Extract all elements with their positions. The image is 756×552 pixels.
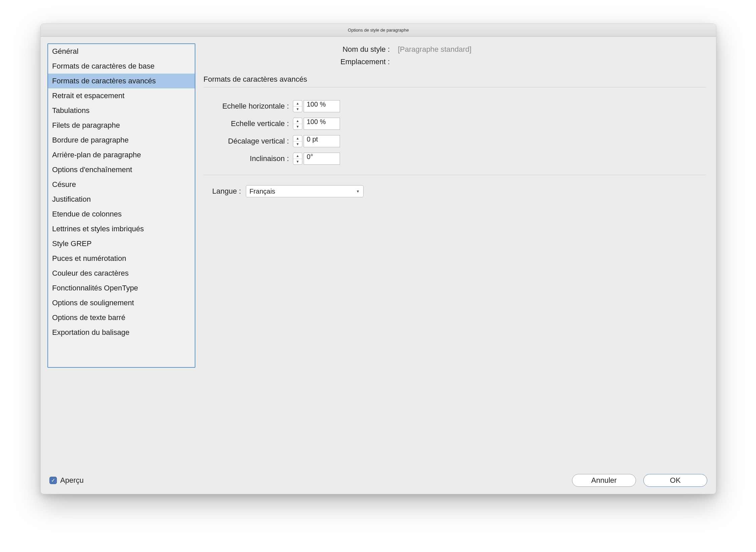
chevron-down-icon[interactable]: ▼: [293, 159, 302, 165]
sidebar-item-label: Options de texte barré: [52, 313, 125, 322]
category-sidebar: Général Formats de caractères de base Fo…: [47, 43, 195, 368]
sidebar-item-bullets-numbering[interactable]: Puces et numérotation: [48, 251, 195, 266]
style-name-field[interactable]: [Paragraphe standard]: [394, 43, 565, 55]
sidebar-item-drop-caps[interactable]: Lettrines et styles imbriqués: [48, 222, 195, 236]
sidebar-item-justification[interactable]: Justification: [48, 192, 195, 207]
sidebar-item-label: Style GREP: [52, 239, 91, 248]
sidebar-item-paragraph-rules[interactable]: Filets de paragraphe: [48, 118, 195, 133]
sidebar-item-strikethrough[interactable]: Options de texte barré: [48, 310, 195, 325]
sidebar-item-indent-space[interactable]: Retrait et espacement: [48, 88, 195, 103]
baseline-label: Décalage vertical :: [205, 137, 293, 146]
style-name-value: [Paragraphe standard]: [398, 45, 471, 53]
skew-label: Inclinaison :: [205, 154, 293, 163]
skew-input[interactable]: 0°: [304, 153, 340, 165]
chevron-up-icon[interactable]: ▲: [293, 135, 302, 142]
sidebar-item-label: Couleur des caractères: [52, 269, 128, 277]
baseline-value: 0 pt: [307, 135, 318, 143]
sidebar-item-label: Options d'enchaînement: [52, 165, 132, 174]
sidebar-item-char-color[interactable]: Couleur des caractères: [48, 266, 195, 281]
ok-button[interactable]: OK: [643, 474, 707, 487]
sidebar-item-hyphenation[interactable]: Césure: [48, 177, 195, 192]
language-divider: [203, 175, 706, 175]
sidebar-item-tabs[interactable]: Tabulations: [48, 103, 195, 118]
chevron-up-icon[interactable]: ▲: [293, 101, 302, 107]
chevron-down-icon[interactable]: ▼: [293, 142, 302, 147]
sidebar-item-opentype[interactable]: Fonctionnalités OpenType: [48, 281, 195, 295]
sidebar-item-underline[interactable]: Options de soulignement: [48, 295, 195, 310]
h-scale-input[interactable]: 100 %: [304, 100, 340, 112]
skew-stepper[interactable]: ▲ ▼: [293, 153, 302, 165]
h-scale-label: Echelle horizontale :: [205, 102, 293, 111]
cancel-button[interactable]: Annuler: [572, 474, 636, 487]
sidebar-item-general[interactable]: Général: [48, 44, 195, 59]
chevron-up-icon[interactable]: ▲: [293, 118, 302, 124]
preview-checkbox[interactable]: ✓: [49, 477, 57, 484]
ok-button-label: OK: [670, 476, 681, 485]
v-scale-value: 100 %: [307, 118, 326, 125]
paragraph-style-options-dialog: Options de style de paragraphe Général F…: [40, 24, 716, 494]
sidebar-item-keep-options[interactable]: Options d'enchaînement: [48, 162, 195, 177]
sidebar-item-label: Arrière-plan de paragraphe: [52, 151, 141, 159]
baseline-input[interactable]: 0 pt: [304, 135, 340, 147]
sidebar-item-label: Fonctionnalités OpenType: [52, 284, 138, 292]
sidebar-item-label: Retrait et espacement: [52, 91, 124, 100]
language-label: Langue :: [212, 187, 241, 196]
skew-value: 0°: [307, 153, 313, 160]
sidebar-item-label: Filets de paragraphe: [52, 121, 120, 129]
main-panel: Nom du style : [Paragraphe standard] Emp…: [205, 43, 706, 197]
v-scale-label: Echelle verticale :: [205, 119, 293, 128]
chevron-down-icon[interactable]: ▼: [293, 124, 302, 130]
location-label: Emplacement :: [205, 57, 394, 66]
baseline-stepper[interactable]: ▲ ▼: [293, 135, 302, 147]
check-icon: ✓: [51, 477, 55, 483]
language-value: Français: [250, 188, 275, 195]
preview-label: Aperçu: [60, 476, 84, 485]
sidebar-item-export-tagging[interactable]: Exportation du balisage: [48, 325, 195, 340]
section-title: Formats de caractères avancés: [203, 75, 706, 87]
language-select[interactable]: Français ▼: [246, 185, 364, 197]
sidebar-item-label: Lettrines et styles imbriqués: [52, 225, 144, 233]
sidebar-item-paragraph-bg[interactable]: Arrière-plan de paragraphe: [48, 148, 195, 162]
section-divider: [203, 87, 706, 87]
sidebar-item-label: Exportation du balisage: [52, 328, 129, 337]
sidebar-item-label: Etendue de colonnes: [52, 210, 122, 218]
h-scale-stepper[interactable]: ▲ ▼: [293, 100, 302, 112]
sidebar-item-label: Bordure de paragraphe: [52, 136, 129, 144]
preview-checkbox-wrap[interactable]: ✓ Aperçu: [49, 476, 84, 485]
dialog-footer: ✓ Aperçu Annuler OK: [41, 467, 716, 494]
chevron-down-icon: ▼: [356, 189, 360, 193]
sidebar-item-label: Césure: [52, 180, 76, 189]
sidebar-item-paragraph-border[interactable]: Bordure de paragraphe: [48, 133, 195, 148]
style-name-label: Nom du style :: [205, 45, 394, 54]
cancel-button-label: Annuler: [591, 476, 617, 485]
sidebar-item-label: Justification: [52, 195, 91, 203]
sidebar-item-label: Général: [52, 47, 78, 55]
chevron-up-icon[interactable]: ▲: [293, 153, 302, 159]
v-scale-stepper[interactable]: ▲ ▼: [293, 118, 302, 130]
sidebar-item-label: Puces et numérotation: [52, 254, 126, 263]
dialog-title-text: Options de style de paragraphe: [348, 28, 409, 33]
h-scale-value: 100 %: [307, 101, 326, 108]
sidebar-item-label: Tabulations: [52, 106, 89, 115]
v-scale-input[interactable]: 100 %: [304, 118, 340, 130]
chevron-down-icon[interactable]: ▼: [293, 107, 302, 112]
dialog-title: Options de style de paragraphe: [41, 24, 716, 37]
sidebar-item-span-columns[interactable]: Etendue de colonnes: [48, 207, 195, 222]
sidebar-item-label: Formats de caractères avancés: [52, 77, 156, 85]
sidebar-item-label: Formats de caractères de base: [52, 62, 154, 70]
sidebar-item-basic-char-formats[interactable]: Formats de caractères de base: [48, 59, 195, 74]
sidebar-item-label: Options de soulignement: [52, 299, 134, 307]
sidebar-item-grep-style[interactable]: Style GREP: [48, 236, 195, 251]
sidebar-item-advanced-char-formats[interactable]: Formats de caractères avancés: [48, 74, 195, 88]
